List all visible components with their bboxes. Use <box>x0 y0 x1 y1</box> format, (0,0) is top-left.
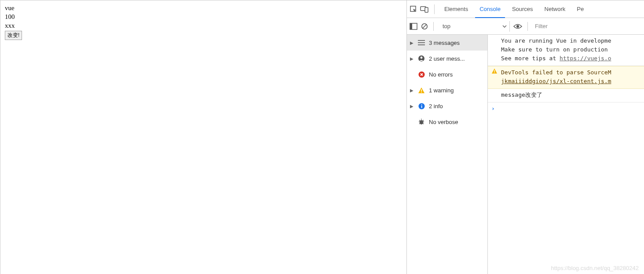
tab-overflow[interactable]: Pe <box>572 0 588 18</box>
sidebar-toggle-icon[interactable] <box>410 23 417 30</box>
tab-sources[interactable]: Sources <box>508 0 538 18</box>
console-sidebar: ▶ 3 messages ▶ 2 user mess... <box>407 35 488 274</box>
sidebar-item-user-messages[interactable]: ▶ 2 user mess... <box>407 51 487 66</box>
sidebar-item-label: 2 info <box>429 103 485 110</box>
sidebar-item-verbose[interactable]: No verbose <box>407 114 487 130</box>
console-toolbar: top <box>407 18 644 35</box>
console-prompt[interactable]: › <box>488 102 644 115</box>
log-entry-info[interactable]: You are running Vue in developme Make su… <box>488 35 644 66</box>
svg-line-25 <box>423 120 424 121</box>
tab-elements[interactable]: Elements <box>440 0 472 18</box>
divider <box>527 22 528 31</box>
sidebar-item-errors[interactable]: No errors <box>407 66 487 82</box>
warning-icon <box>417 87 425 94</box>
svg-rect-2 <box>425 7 428 12</box>
warning-icon <box>491 68 498 74</box>
svg-rect-16 <box>421 92 422 93</box>
expand-icon: ▶ <box>410 40 414 45</box>
console-body: ▶ 3 messages ▶ 2 user mess... <box>407 35 644 274</box>
expand-icon: ▶ <box>410 104 414 109</box>
text-line-3: xxx <box>5 21 402 30</box>
log-line: See more tips at https://vuejs.o <box>501 54 640 63</box>
text-line-1: vue <box>5 4 402 12</box>
sidebar-item-label: No verbose <box>429 119 485 125</box>
log-link[interactable]: jkmaiiiddgioo/js/xl-content.js.m <box>501 78 611 84</box>
context-label: top <box>443 23 500 29</box>
svg-rect-18 <box>421 106 422 108</box>
svg-line-6 <box>423 25 426 28</box>
inspect-icon[interactable] <box>410 5 417 13</box>
sidebar-item-label: 2 user mess... <box>429 55 485 62</box>
info-icon <box>417 103 425 110</box>
sidebar-item-messages[interactable]: ▶ 3 messages <box>407 35 487 51</box>
change-button[interactable]: 改变! <box>5 31 22 40</box>
svg-rect-29 <box>494 73 494 73</box>
log-link[interactable]: https://vuejs.o <box>560 55 611 62</box>
sidebar-item-label: No errors <box>429 71 485 78</box>
app-viewport: vue 100 xxx 改变! <box>0 0 406 274</box>
log-entry-warning[interactable]: DevTools failed to parse SourceM jkmaiii… <box>488 66 644 89</box>
context-selector[interactable]: top <box>439 21 510 32</box>
chevron-down-icon <box>502 24 507 29</box>
svg-line-26 <box>419 123 420 124</box>
svg-point-13 <box>421 57 423 59</box>
divider <box>433 22 434 31</box>
sidebar-item-info[interactable]: ▶ 2 info <box>407 98 487 114</box>
device-toggle-icon[interactable] <box>420 5 429 13</box>
svg-rect-4 <box>410 23 412 29</box>
devtools-tab-strip: Elements Console Sources Network Pe <box>407 0 644 18</box>
svg-line-27 <box>423 123 424 124</box>
svg-rect-19 <box>421 104 422 105</box>
svg-line-24 <box>419 120 420 121</box>
log-line: You are running Vue in developme <box>501 37 640 45</box>
error-icon <box>417 71 425 78</box>
sidebar-item-label: 1 warning <box>429 87 485 94</box>
log-line: message改变了 <box>501 91 640 99</box>
list-icon <box>417 40 425 45</box>
sidebar-item-label: 3 messages <box>429 40 485 46</box>
clear-console-icon[interactable] <box>421 23 428 30</box>
filter-input[interactable] <box>533 22 586 30</box>
chevron-right-icon: › <box>491 104 495 113</box>
live-expression-icon[interactable] <box>513 23 522 29</box>
svg-rect-28 <box>494 70 494 72</box>
sidebar-item-warnings[interactable]: ▶ 1 warning <box>407 82 487 98</box>
divider <box>434 4 435 14</box>
console-output: You are running Vue in developme Make su… <box>488 35 644 274</box>
log-line: jkmaiiiddgioo/js/xl-content.js.m <box>501 77 640 86</box>
devtools-panel: Elements Console Sources Network Pe top <box>406 0 644 274</box>
expand-icon: ▶ <box>410 88 414 93</box>
text-line-2: 100 <box>5 12 402 21</box>
expand-icon: ▶ <box>410 56 414 61</box>
log-line: DevTools failed to parse SourceM <box>501 68 640 77</box>
svg-point-7 <box>516 25 519 28</box>
bug-icon <box>417 118 425 125</box>
svg-rect-15 <box>421 89 422 91</box>
user-icon <box>417 55 425 62</box>
tab-console[interactable]: Console <box>475 0 505 18</box>
tab-network[interactable]: Network <box>540 0 570 18</box>
log-line: Make sure to turn on production <box>501 45 640 54</box>
log-entry[interactable]: message改变了 <box>488 89 644 102</box>
